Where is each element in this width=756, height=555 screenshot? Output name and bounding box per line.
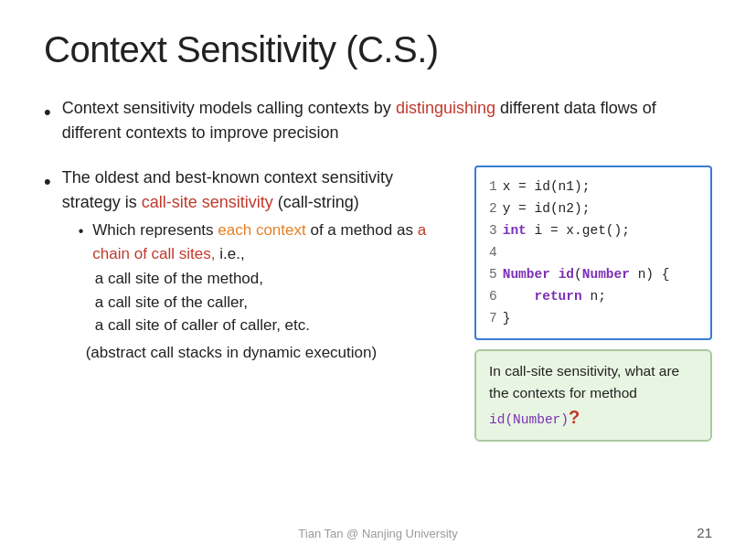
sub-intro-text: Which represents each context of a metho… <box>92 219 453 265</box>
slide-title: Context Sensitivity (C.S.) <box>44 29 712 70</box>
second-bullet-area: The oldest and best-known context sensit… <box>62 165 712 442</box>
bullet-2-suffix: (call-string) <box>273 193 359 211</box>
sub-dot-intro: • <box>79 220 84 242</box>
footer: Tian Tan @ Nanjing University <box>0 527 756 540</box>
right-column: 1x = id(n1); 2y = id(n2); 3int i = x.get… <box>474 165 712 442</box>
callout-text-prefix: In call-site sensitivity, what are the c… <box>489 363 679 400</box>
sub-item-2: a call site of the caller, <box>95 291 453 315</box>
second-bullet-left: The oldest and best-known context sensit… <box>62 165 453 364</box>
bullet-2-highlight: call-site sensitivity <box>142 193 273 211</box>
code-line-6: 6 return n; <box>489 286 697 308</box>
code-line-3: 3int i = x.get(); <box>489 220 697 242</box>
sub-bullet-intro: • Which represents each context of a met… <box>79 219 453 265</box>
code-line-4: 4 <box>489 242 697 264</box>
slide: Context Sensitivity (C.S.) • Context sen… <box>0 0 756 555</box>
footer-credit: Tian Tan @ Nanjing University <box>298 527 457 540</box>
bullet-dot-2: • <box>44 166 51 197</box>
bullet-1-prefix: Context sensitivity models calling conte… <box>62 99 396 117</box>
bullet-dot-1: • <box>44 97 51 127</box>
bullet-1-text: Context sensitivity models calling conte… <box>62 96 712 145</box>
bullet-1-highlight: distinguishing <box>396 99 495 117</box>
code-line-7: 7} <box>489 308 697 330</box>
page-number: 21 <box>697 525 712 540</box>
sub-intro-highlight1: each context <box>218 221 305 239</box>
bullet-1: • Context sensitivity models calling con… <box>44 96 712 145</box>
code-line-2: 2y = id(n2); <box>489 198 697 220</box>
sub-item-3: a call site of caller of caller, etc. <box>95 314 453 337</box>
callout-box: In call-site sensitivity, what are the c… <box>474 349 712 442</box>
bullet-2-content: The oldest and best-known context sensit… <box>62 165 712 442</box>
abstract-note: (abstract call stacks in dynamic executi… <box>86 341 453 365</box>
sub-intro-suffix: i.e., <box>216 245 245 262</box>
sub-intro-mid: of a method as <box>306 221 418 239</box>
bullet-2: • The oldest and best-known context sens… <box>44 165 712 442</box>
code-line-5: 5Number id(Number n) { <box>489 264 697 286</box>
bullet-2-main-text: The oldest and best-known context sensit… <box>62 165 453 215</box>
sub-bullets: • Which represents each context of a met… <box>79 219 453 337</box>
callout-question-mark: ? <box>569 407 580 427</box>
callout-code: id(Number) <box>489 412 569 427</box>
sub-item-1: a call site of the method, <box>95 267 453 291</box>
sub-intro-prefix: Which represents <box>92 221 218 239</box>
code-line-1: 1x = id(n1); <box>489 176 697 198</box>
code-box: 1x = id(n1); 2y = id(n2); 3int i = x.get… <box>474 165 712 340</box>
